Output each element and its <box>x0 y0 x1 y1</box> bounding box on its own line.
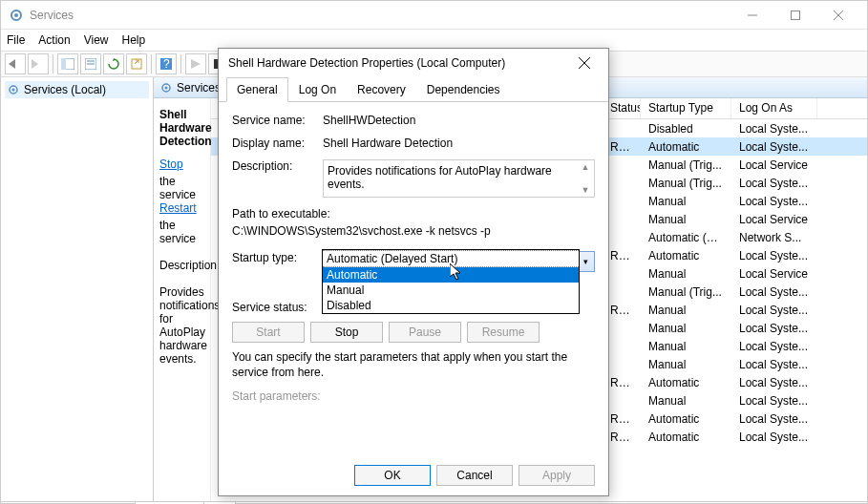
cell-startup: Automatic (D... <box>641 230 731 245</box>
dialog-titlebar: Shell Hardware Detection Properties (Loc… <box>219 49 608 77</box>
start-params-label: Start parameters: <box>232 389 323 403</box>
svg-point-18 <box>12 89 15 92</box>
option-manual[interactable]: Manual <box>323 283 579 298</box>
startup-type-dropdown: Automatic (Delayed Start) Automatic Manu… <box>322 249 580 314</box>
cell-logon: Local Syste... <box>731 339 817 354</box>
start-service-button[interactable] <box>185 53 206 74</box>
export-button[interactable] <box>126 53 147 74</box>
dialog-close-button[interactable] <box>570 49 599 77</box>
scroll-up-icon[interactable]: ▲ <box>579 162 592 172</box>
dialog-tabs: General Log On Recovery Dependencies <box>219 77 608 102</box>
cell-startup: Automatic <box>641 375 731 390</box>
option-automatic[interactable]: Automatic <box>323 267 579 283</box>
col-logon[interactable]: Log On As <box>731 98 817 118</box>
cell-startup: Manual (Trig... <box>641 176 731 191</box>
refresh-button[interactable] <box>103 53 124 74</box>
close-button[interactable] <box>816 1 859 29</box>
description-text: Provides notifications for AutoPlay hard… <box>328 164 552 191</box>
cell-startup: Automatic <box>641 430 731 445</box>
display-name-label: Display name: <box>232 136 323 150</box>
scroll-down-icon[interactable]: ▼ <box>579 185 592 195</box>
cell-startup: Manual <box>641 357 731 372</box>
service-status-label: Service status: <box>232 301 323 314</box>
description-label: Description: <box>232 159 323 173</box>
cell-logon: Network S... <box>731 230 817 245</box>
cancel-button[interactable]: Cancel <box>436 465 513 486</box>
cell-logon: Local Syste... <box>731 303 817 318</box>
chevron-down-icon: ▾ <box>583 257 588 266</box>
minimize-button[interactable] <box>730 1 773 29</box>
menu-action[interactable]: Action <box>38 33 70 47</box>
help-button[interactable]: ? <box>156 53 177 74</box>
tree-item-services-local[interactable]: Services (Local) <box>5 81 149 98</box>
gear-icon <box>7 83 20 96</box>
desc-text: Provides notifications for AutoPlay hard… <box>159 285 204 366</box>
tree-item-label: Services (Local) <box>24 83 106 96</box>
menu-file[interactable]: File <box>7 33 25 47</box>
cell-logon: Local Service <box>731 212 817 227</box>
tab-general[interactable]: General <box>226 77 288 102</box>
svg-rect-7 <box>61 58 66 70</box>
dialog-title: Shell Hardware Detection Properties (Loc… <box>228 56 570 70</box>
svg-point-20 <box>165 86 168 89</box>
svg-point-1 <box>14 13 18 17</box>
restart-link[interactable]: Restart <box>159 201 204 215</box>
startup-type-label: Startup type: <box>232 251 323 264</box>
cell-logon: Local Syste... <box>731 121 817 136</box>
description-box[interactable]: Provides notifications for AutoPlay hard… <box>323 159 595 198</box>
forward-button[interactable] <box>28 53 49 74</box>
cell-logon: Local Service <box>731 158 817 173</box>
stop-link[interactable]: Stop <box>159 158 204 171</box>
option-automatic-delayed[interactable]: Automatic (Delayed Start) <box>323 250 579 267</box>
cell-startup: Manual <box>641 303 731 318</box>
cell-startup: Manual (Trig... <box>641 158 731 173</box>
back-button[interactable] <box>5 53 26 74</box>
cell-logon: Local Service <box>731 266 817 282</box>
cell-startup: Automatic <box>641 411 731 427</box>
cell-logon: Local Syste... <box>731 375 817 390</box>
cell-logon: Local Syste... <box>731 411 817 427</box>
ok-button[interactable]: OK <box>354 465 431 486</box>
option-disabled[interactable]: Disabled <box>323 298 579 313</box>
cell-startup: Manual <box>641 266 731 282</box>
cell-logon: Local Syste... <box>731 139 817 155</box>
tab-logon[interactable]: Log On <box>288 77 347 101</box>
cell-startup: Manual <box>641 321 731 336</box>
svg-rect-3 <box>791 10 799 19</box>
action-pane: Shell Hardware Detection Stop the servic… <box>154 98 211 501</box>
cell-logon: Local Syste... <box>731 430 817 445</box>
cell-startup: Manual <box>641 212 731 227</box>
window-title: Services <box>30 9 730 22</box>
tab-recovery[interactable]: Recovery <box>347 77 416 101</box>
cell-startup: Disabled <box>641 121 731 136</box>
properties-icon[interactable] <box>80 53 101 74</box>
cell-startup: Manual <box>641 194 731 209</box>
cell-startup: Manual (Trig... <box>641 284 731 300</box>
menu-view[interactable]: View <box>84 33 109 47</box>
tab-dependencies[interactable]: Dependencies <box>416 77 511 101</box>
properties-dialog: Shell Hardware Detection Properties (Loc… <box>218 48 609 496</box>
services-icon <box>9 8 24 23</box>
cell-logon: Local Syste... <box>731 248 817 263</box>
col-startup[interactable]: Startup Type <box>641 98 731 118</box>
start-button[interactable]: Start <box>232 322 305 343</box>
path-value: C:\WINDOWS\System32\svchost.exe -k netsv… <box>232 224 595 238</box>
titlebar: Services <box>1 1 867 30</box>
cell-startup: Automatic <box>641 139 731 155</box>
cell-logon: Local Syste... <box>731 393 817 409</box>
cell-startup: Manual <box>641 339 731 354</box>
pause-button[interactable]: Pause <box>389 322 461 343</box>
cell-logon: Local Syste... <box>731 176 817 191</box>
apply-button[interactable]: Apply <box>519 465 595 486</box>
maximize-button[interactable] <box>773 1 816 29</box>
menu-help[interactable]: Help <box>122 33 146 47</box>
show-hide-tree-button[interactable] <box>57 53 78 74</box>
cell-logon: Local Syste... <box>731 357 817 372</box>
stop-button[interactable]: Stop <box>310 322 383 343</box>
cell-logon: Local Syste... <box>731 284 817 300</box>
start-params-note: You can specify the start parameters tha… <box>232 350 595 380</box>
svg-text:?: ? <box>163 58 170 70</box>
resume-button[interactable]: Resume <box>467 322 540 343</box>
desc-label: Description: <box>159 259 204 272</box>
path-label: Path to executable: <box>232 207 595 220</box>
